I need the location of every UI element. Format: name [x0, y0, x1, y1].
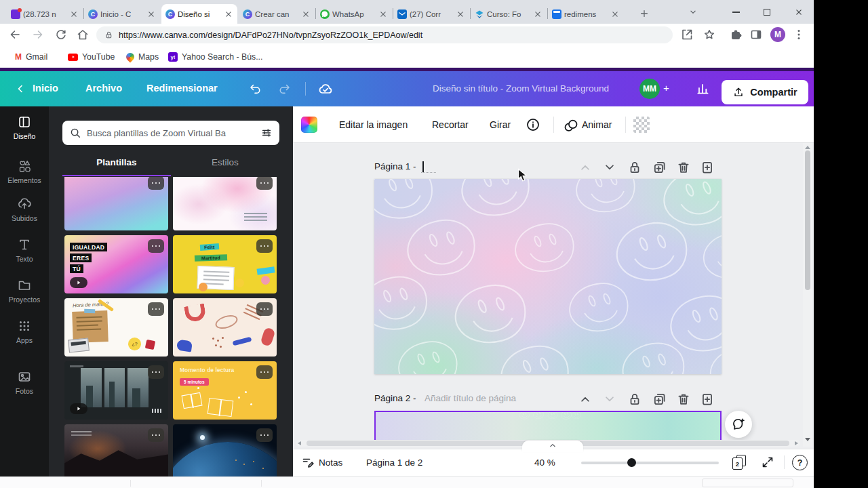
more-options-icon[interactable]	[148, 177, 164, 190]
notes-button[interactable]: Notas	[319, 458, 342, 468]
sidebar-item-fotos[interactable]: Fotos	[0, 369, 49, 405]
side-panel-icon[interactable]	[749, 28, 763, 41]
undo-icon[interactable]	[248, 82, 262, 96]
window-close-button[interactable]	[792, 5, 806, 19]
sidebar-item-texto[interactable]: Texto	[0, 237, 49, 272]
duplicate-page-icon[interactable]	[652, 160, 667, 175]
extensions-puzzle-icon[interactable]	[729, 28, 743, 41]
new-tab-button[interactable]	[637, 7, 651, 20]
close-icon[interactable]	[378, 9, 388, 19]
browser-tab-mail[interactable]: (28.723 n	[7, 4, 83, 24]
lock-page-icon[interactable]	[627, 392, 642, 407]
bookmark-star-icon[interactable]	[703, 28, 716, 41]
template-thumbnail-watercolor[interactable]	[173, 177, 277, 230]
close-icon[interactable]	[146, 9, 156, 19]
vertical-scrollbar-thumb[interactable]	[805, 150, 810, 290]
tab-search-chevron-icon[interactable]	[686, 5, 700, 19]
back-chevron-icon[interactable]	[14, 82, 27, 96]
page2-title-placeholder[interactable]: Añadir título de página	[425, 393, 516, 403]
help-button[interactable]: ?	[792, 455, 808, 470]
scroll-down-arrow[interactable]	[805, 438, 810, 441]
info-icon[interactable]	[526, 117, 540, 132]
more-options-icon[interactable]	[256, 365, 273, 379]
menu-redimensionar[interactable]: Redimensionar	[146, 83, 218, 94]
browser-tab-redimension[interactable]: redimens	[548, 4, 624, 24]
add-page-icon[interactable]	[700, 392, 715, 407]
template-search-box[interactable]	[62, 121, 279, 145]
sidebar-item-apps[interactable]: Apps	[0, 319, 49, 354]
close-icon[interactable]	[610, 9, 620, 19]
page1-title[interactable]: Página 1 -	[374, 161, 416, 171]
address-bar[interactable]: https://www.canva.com/design/DAFdPo27HNo…	[96, 26, 673, 43]
tab-estilos[interactable]: Estilos	[171, 157, 279, 176]
refresh-icon[interactable]	[54, 28, 68, 41]
template-thumbnail-gradient[interactable]	[64, 177, 168, 230]
home-icon[interactable]	[76, 28, 90, 41]
page1-canvas[interactable]	[374, 179, 722, 374]
window-minimize-button[interactable]	[729, 5, 743, 19]
tab-plantillas[interactable]: Plantillas	[62, 157, 171, 176]
more-options-icon[interactable]	[256, 239, 273, 253]
animate-button[interactable]: Animar	[582, 119, 612, 130]
page-indicator[interactable]: Página 1 de 2	[366, 458, 422, 468]
close-icon[interactable]	[533, 9, 542, 19]
sidebar-item-elementos[interactable]: Elementos	[0, 159, 49, 194]
window-restore-button[interactable]	[760, 5, 774, 19]
bookmark-yahoo[interactable]: y!Yahoo Search - Bús...	[168, 51, 262, 63]
bookmark-youtube[interactable]: YouTube	[68, 51, 115, 63]
move-page-up-icon[interactable]	[578, 160, 593, 175]
delete-page-icon[interactable]	[676, 160, 691, 175]
move-page-down-icon[interactable]	[602, 392, 617, 407]
browser-menu-dots-icon[interactable]	[792, 28, 806, 41]
template-thumbnail-feliz[interactable]: Feliz Martitud	[173, 235, 277, 293]
edit-image-button[interactable]: Editar la imagen	[339, 119, 408, 130]
template-thumbnail-igualdad[interactable]: IGUALDAD ERES TÚ	[64, 235, 168, 293]
scroll-up-arrow[interactable]	[805, 146, 810, 149]
add-member-button[interactable]: +	[663, 82, 669, 94]
more-options-icon[interactable]	[256, 428, 273, 442]
add-comment-button[interactable]	[725, 411, 752, 438]
template-thumbnail-mates[interactable]: Hora de mates? ¿?	[64, 298, 168, 357]
fullscreen-icon[interactable]	[761, 455, 774, 469]
more-options-icon[interactable]	[256, 302, 273, 316]
menu-inicio[interactable]: Inicio	[33, 83, 58, 94]
close-icon[interactable]	[224, 9, 233, 19]
bookmark-maps[interactable]: Maps	[126, 51, 159, 63]
document-title[interactable]: Diseño sin título - Zoom Virtual Backgro…	[416, 83, 626, 94]
notes-icon[interactable]	[301, 455, 315, 469]
more-options-icon[interactable]	[256, 177, 273, 190]
move-page-up-icon[interactable]	[578, 392, 593, 407]
move-page-down-icon[interactable]	[602, 160, 617, 175]
browser-tab-whatsapp[interactable]: WhatsAp	[316, 4, 392, 24]
rotate-button[interactable]: Girar	[490, 119, 511, 130]
more-options-icon[interactable]	[148, 239, 164, 253]
more-options-icon[interactable]	[148, 365, 164, 379]
scroll-right-arrow[interactable]	[795, 441, 798, 445]
search-input[interactable]	[87, 128, 255, 138]
more-options-icon[interactable]	[148, 428, 164, 442]
color-swatch[interactable]	[301, 117, 317, 133]
animate-icon[interactable]	[563, 118, 579, 133]
transparency-icon[interactable]	[633, 117, 650, 133]
crop-button[interactable]: Recortar	[432, 119, 469, 130]
add-page-icon[interactable]	[700, 160, 715, 175]
template-thumbnail-doodles[interactable]	[173, 298, 277, 357]
zoom-percent[interactable]: 40 %	[534, 458, 555, 468]
profile-avatar[interactable]: M	[770, 27, 785, 42]
sidebar-item-proyectos[interactable]: Proyectos	[0, 278, 49, 313]
menu-archivo[interactable]: Archivo	[85, 83, 122, 94]
lock-page-icon[interactable]	[627, 160, 642, 175]
template-thumbnail-city-video[interactable]	[64, 361, 168, 420]
browser-tab-canva-home[interactable]: C Inicio - C	[84, 4, 160, 24]
duplicate-page-icon[interactable]	[652, 392, 667, 407]
page2-title[interactable]: Página 2 -	[374, 393, 416, 403]
browser-tab-canva-create[interactable]: C Crear can	[239, 4, 315, 24]
close-icon[interactable]	[301, 9, 311, 19]
sidebar-item-diseno[interactable]: Diseño	[0, 115, 49, 150]
close-icon[interactable]	[456, 9, 465, 19]
zoom-slider-thumb[interactable]	[627, 458, 636, 467]
template-thumbnail-seascape[interactable]	[64, 424, 168, 476]
scroll-left-arrow[interactable]	[298, 441, 301, 445]
forward-icon[interactable]	[31, 28, 45, 41]
close-icon[interactable]	[69, 9, 79, 19]
